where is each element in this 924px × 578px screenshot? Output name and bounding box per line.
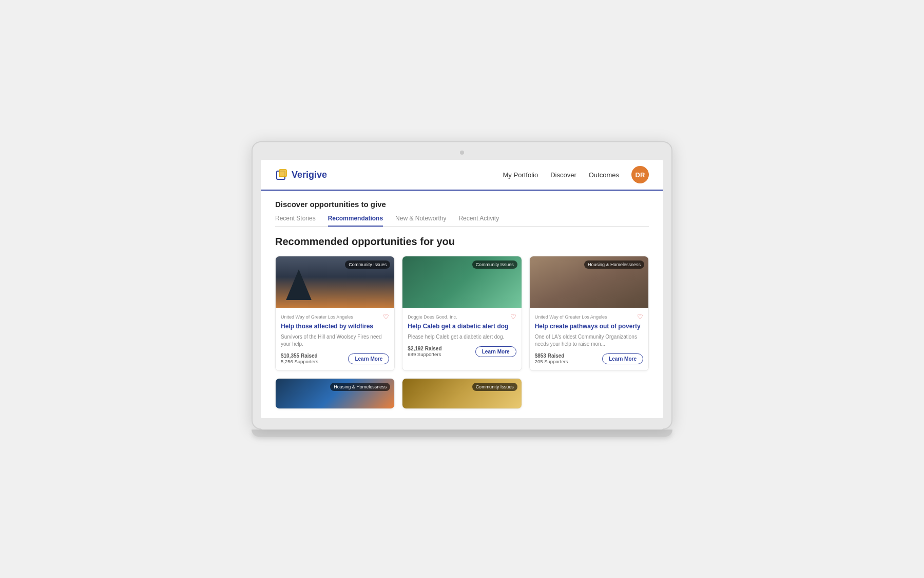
tab-recent-stories[interactable]: Recent Stories xyxy=(275,215,316,226)
card-footer-3: $853 Raised 205 Supporters Learn More xyxy=(535,353,643,364)
nav-links: My Portfolio Discover Outcomes DR xyxy=(503,166,649,183)
heart-icon-2[interactable]: ♡ xyxy=(510,313,516,321)
card-wildfire: Community Issues United Way of Greater L… xyxy=(275,256,395,371)
browser-window: Verigive My Portfolio Discover Outcomes … xyxy=(261,160,663,418)
nav-discover[interactable]: Discover xyxy=(550,171,576,179)
heart-icon-3[interactable]: ♡ xyxy=(637,313,643,321)
nav-my-portfolio[interactable]: My Portfolio xyxy=(503,171,538,179)
tab-new-noteworthy[interactable]: New & Noteworthy xyxy=(395,215,446,226)
card-title-3[interactable]: Help create pathways out of poverty xyxy=(535,323,643,331)
card-org-1: United Way of Greater Los Angeles ♡ xyxy=(281,313,389,321)
laptop-wrapper: Verigive My Portfolio Discover Outcomes … xyxy=(252,141,672,437)
card-body-2: Doggie Does Good, Inc. ♡ Help Caleb get … xyxy=(402,308,521,363)
card-org-3: United Way of Greater Los Angeles ♡ xyxy=(535,313,643,321)
card-org-2: Doggie Does Good, Inc. ♡ xyxy=(408,313,516,321)
card-title-2[interactable]: Help Caleb get a diabetic alert dog xyxy=(408,323,516,331)
learn-more-button-2[interactable]: Learn More xyxy=(475,346,516,357)
page-title: Discover opportunities to give xyxy=(275,200,649,209)
card-image-wildfire: Community Issues xyxy=(276,256,394,308)
navigation: Verigive My Portfolio Discover Outcomes … xyxy=(261,160,663,191)
card-desc-1: Survivors of the Hill and Woolsey Fires … xyxy=(281,333,389,348)
laptop-screen: Verigive My Portfolio Discover Outcomes … xyxy=(252,141,672,430)
card-image-caleb: Community Issues xyxy=(402,256,521,308)
logo-text: Verigive xyxy=(292,170,327,180)
card-tag-3: Housing & Homelessness xyxy=(584,260,644,269)
card-stats-3: $853 Raised 205 Supporters xyxy=(535,353,568,364)
section-title: Recommended opportunities for you xyxy=(275,236,649,248)
card-desc-3: One of LA's oldest Community Organizatio… xyxy=(535,333,643,348)
card-dog: Community Issues xyxy=(402,378,522,409)
card-tag-1: Community Issues xyxy=(345,260,390,269)
main-content: Discover opportunities to give Recent St… xyxy=(261,191,663,418)
logo-area: Verigive xyxy=(275,168,327,181)
user-avatar[interactable]: DR xyxy=(631,166,649,183)
laptop-foot xyxy=(252,430,672,437)
laptop-base xyxy=(261,418,663,430)
card-desc-2: Please help Caleb get a diabetic alert d… xyxy=(408,333,516,341)
card-caleb: Community Issues Doggie Does Good, Inc. … xyxy=(402,256,522,371)
card-stats-1: $10,355 Raised 5,256 Supporters xyxy=(281,353,318,364)
laptop-camera xyxy=(460,151,464,155)
learn-more-button-3[interactable]: Learn More xyxy=(602,353,643,364)
card-footer-1: $10,355 Raised 5,256 Supporters Learn Mo… xyxy=(281,353,389,364)
card-hands: Housing & Homelessness xyxy=(275,378,395,409)
card-tag-4: Housing & Homelessness xyxy=(330,383,390,391)
nav-outcomes[interactable]: Outcomes xyxy=(589,171,619,179)
card-title-1[interactable]: Help those affected by wildfires xyxy=(281,323,389,331)
card-footer-2: $2,192 Raised 689 Supporters Learn More xyxy=(408,346,516,357)
card-stats-2: $2,192 Raised 689 Supporters xyxy=(408,346,441,357)
logo-icon xyxy=(275,168,288,181)
heart-icon-1[interactable]: ♡ xyxy=(383,313,389,321)
card-image-poverty: Housing & Homelessness xyxy=(530,256,648,308)
card-poverty: Housing & Homelessness United Way of Gre… xyxy=(529,256,649,371)
learn-more-button-1[interactable]: Learn More xyxy=(348,353,389,364)
card-image-hands: Housing & Homelessness xyxy=(276,379,394,408)
tab-recent-activity[interactable]: Recent Activity xyxy=(458,215,499,226)
card-body-1: United Way of Greater Los Angeles ♡ Help… xyxy=(276,308,394,370)
svg-rect-1 xyxy=(279,170,286,177)
card-image-dog: Community Issues xyxy=(402,379,521,408)
tab-recommendations[interactable]: Recommendations xyxy=(328,215,383,226)
card-tag-2: Community Issues xyxy=(472,260,517,269)
card-tag-5: Community Issues xyxy=(472,383,517,391)
tabs-container: Recent Stories Recommendations New & Not… xyxy=(275,215,649,227)
cards-grid: Community Issues United Way of Greater L… xyxy=(275,256,649,409)
card-body-3: United Way of Greater Los Angeles ♡ Help… xyxy=(530,308,648,370)
